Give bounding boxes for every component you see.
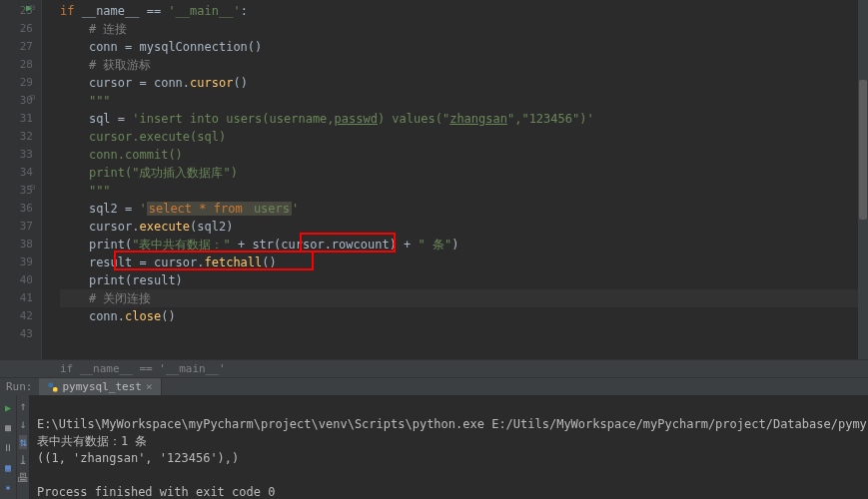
console-line: 表中共有数据：1 条 bbox=[37, 434, 147, 448]
python-icon bbox=[47, 381, 59, 393]
fold-icon[interactable]: ⊟ bbox=[30, 3, 35, 12]
line-number: 28 bbox=[0, 56, 33, 74]
line-number: 33 bbox=[0, 146, 33, 164]
settings-icon[interactable]: ✶ bbox=[0, 479, 16, 495]
fold-icon[interactable]: ⊟ bbox=[30, 183, 35, 192]
run-toolbar-secondary: ↑ ↓ ⇅ ⤓ 🖶 bbox=[16, 395, 29, 499]
layout-icon[interactable]: ▦ bbox=[0, 459, 16, 475]
line-number: 35 bbox=[0, 182, 33, 200]
line-number: 32 bbox=[0, 128, 33, 146]
console-line: E:\Utils\MyWorkspace\myPycharm\project\v… bbox=[37, 417, 868, 431]
softwrap-icon[interactable]: ⇅ bbox=[19, 435, 26, 449]
line-number: 29 bbox=[0, 74, 33, 92]
console-output[interactable]: E:\Utils\MyWorkspace\myPycharm\project\v… bbox=[29, 395, 868, 499]
line-number: 34 bbox=[0, 164, 33, 182]
line-number: 39 bbox=[0, 253, 33, 271]
run-tab[interactable]: pymysql_test × bbox=[39, 378, 162, 395]
editor-area: ▶ 25 26 27 28 29 30 31 32 33 34 35 36 37… bbox=[0, 0, 868, 359]
stop-button[interactable]: ■ bbox=[0, 419, 16, 435]
line-number: 37 bbox=[0, 218, 33, 236]
rerun-button[interactable]: ▶ bbox=[0, 399, 16, 415]
keyword: if bbox=[60, 4, 74, 18]
comment: # 关闭连接 bbox=[89, 291, 151, 305]
comment: # 连接 bbox=[89, 22, 127, 36]
line-number: 36 bbox=[0, 200, 33, 218]
print-icon[interactable]: 🖶 bbox=[17, 471, 29, 485]
line-number: 42 bbox=[0, 307, 33, 325]
line-numbers: 25 26 27 28 29 30 31 32 33 34 35 36 37 3… bbox=[0, 0, 41, 343]
up-icon[interactable]: ↑ bbox=[19, 399, 26, 413]
line-number: 27 bbox=[0, 38, 33, 56]
svg-rect-0 bbox=[48, 382, 53, 387]
breadcrumb[interactable]: if __name__ == '__main__' bbox=[0, 359, 868, 377]
run-toolbar-left: ▶ ■ ⏸ ▦ ✶ bbox=[0, 395, 16, 499]
svg-rect-1 bbox=[53, 387, 58, 392]
run-label: Run: bbox=[0, 380, 39, 393]
gutter: ▶ 25 26 27 28 29 30 31 32 33 34 35 36 37… bbox=[0, 0, 42, 359]
line-number: 38 bbox=[0, 236, 33, 253]
run-tab-label: pymysql_test bbox=[63, 380, 142, 393]
line-number: 30 bbox=[0, 92, 33, 110]
line-number: 43 bbox=[0, 325, 33, 343]
line-number: 31 bbox=[0, 110, 33, 128]
editor-scrollbar[interactable] bbox=[858, 0, 868, 359]
run-tool-window: Run: pymysql_test × ▶ ■ ⏸ ▦ ✶ ↑ ↓ ⇅ ⤓ 🖶 … bbox=[0, 377, 868, 499]
close-tab-icon[interactable]: × bbox=[146, 380, 153, 393]
line-number: 26 bbox=[0, 20, 33, 38]
scroll-end-icon[interactable]: ⤓ bbox=[18, 453, 28, 467]
console-line: Process finished with exit code 0 bbox=[37, 485, 275, 499]
console-line: ((1, 'zhangsan', '123456'),) bbox=[37, 451, 239, 465]
fold-icon[interactable]: ⊟ bbox=[30, 93, 35, 102]
run-header: Run: pymysql_test × bbox=[0, 378, 868, 395]
line-number: 40 bbox=[0, 271, 33, 289]
code-area[interactable]: ⊟ ⊟ ⊟ if __name__ == '__main__': # 连接 co… bbox=[42, 0, 868, 359]
pause-icon[interactable]: ⏸ bbox=[0, 439, 16, 455]
comment: # 获取游标 bbox=[89, 58, 151, 72]
down-icon[interactable]: ↓ bbox=[19, 417, 26, 431]
line-number: 41 bbox=[0, 289, 33, 307]
